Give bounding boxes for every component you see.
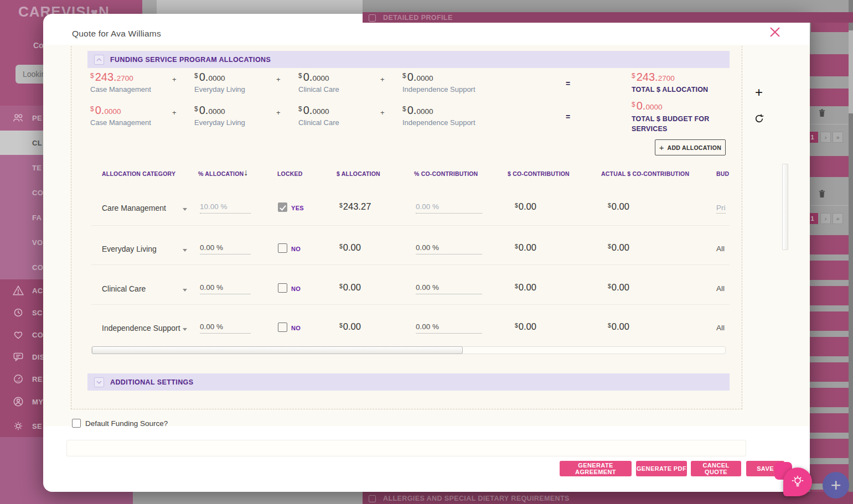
budget-cell[interactable]: All [716, 324, 725, 332]
divider [811, 124, 850, 124]
locked-checkbox[interactable] [278, 243, 287, 253]
plus-operator: + [276, 108, 281, 117]
generate-agreement-button[interactable]: GENERATE AGREEMENT [560, 461, 632, 476]
person-icon [12, 396, 24, 408]
amount-label: Clinical Care [298, 118, 339, 127]
help-lightbulb-button[interactable] [783, 467, 812, 496]
plus-operator: + [380, 108, 385, 117]
locked-checkbox[interactable] [278, 283, 287, 293]
section-title: DETAILED PROFILE [383, 14, 453, 22]
close-icon[interactable] [770, 27, 780, 37]
vertical-scrollbar-thumb[interactable] [782, 164, 788, 250]
total-allocation-label: TOTAL $ ALLOCATION [632, 85, 715, 95]
row-separator [91, 264, 730, 265]
cancel-quote-button[interactable]: CANCEL QUOTE [691, 461, 741, 476]
pct-co-contribution-input[interactable] [416, 323, 482, 334]
default-funding-checkbox[interactable] [72, 419, 81, 428]
pagination-next[interactable]: › [820, 132, 831, 143]
pct-co-contribution-input[interactable] [416, 243, 482, 254]
pct-allocation-input[interactable] [200, 323, 251, 334]
amount-label: Independence Support [402, 118, 475, 127]
col-header-co[interactable]: $ CO-CONTRIBUTION [508, 170, 570, 177]
chevron-down-icon[interactable] [183, 208, 187, 211]
col-header-alloc[interactable]: $ ALLOCATION [337, 170, 380, 177]
budget-case-management: $0.0000 [90, 104, 121, 117]
total-budget-label: TOTAL $ BUDGET FOR SERVICES [632, 114, 715, 134]
col-header-pct-allocation[interactable]: % ALLOCATION [198, 170, 244, 177]
sidebar-label[interactable]: AC [32, 287, 43, 295]
gear-icon [12, 420, 24, 432]
locked-checkbox[interactable] [278, 323, 287, 332]
pagination-last[interactable]: » [833, 132, 843, 143]
total-budget-amount: $0.0000 [632, 100, 662, 112]
sidebar-label[interactable]: CO [32, 331, 43, 339]
sidebar-label[interactable]: CO [32, 189, 43, 197]
actual-co-contribution-amount: $0.00 [608, 321, 629, 332]
sidebar-label[interactable]: SE [32, 422, 42, 430]
sort-desc-icon[interactable]: ↓ [244, 168, 248, 178]
collapse-toggle[interactable] [94, 55, 104, 65]
horizontal-scrollbar-thumb[interactable] [92, 346, 463, 354]
trash-icon[interactable] [818, 189, 826, 198]
add-funding-icon[interactable]: + [755, 86, 763, 99]
sidebar-label[interactable]: VO [32, 238, 43, 247]
category-select[interactable]: Care Management [102, 204, 166, 212]
sidebar-label[interactable]: TE [32, 164, 42, 172]
col-header-locked[interactable]: LOCKED [277, 170, 303, 177]
section-checkbox [369, 495, 376, 502]
plus-icon: + [659, 143, 664, 152]
row-separator [91, 304, 730, 305]
category-select[interactable]: Clinical Care [102, 284, 146, 293]
sidebar-label: CL [32, 139, 42, 147]
co-contribution-amount: $0.00 [515, 242, 536, 253]
generate-pdf-button[interactable]: GENERATE PDF [636, 461, 687, 476]
category-select[interactable]: Everyday Living [102, 245, 157, 253]
budget-cell[interactable]: Pri [716, 204, 726, 214]
pct-co-contribution-input[interactable] [416, 283, 482, 294]
alert-triangle-icon [12, 284, 24, 297]
chat-icon [12, 351, 24, 363]
pagination-next[interactable]: › [820, 213, 831, 224]
co-contribution-amount: $0.00 [515, 201, 536, 212]
pct-allocation-input[interactable] [200, 202, 251, 214]
bg-bar [810, 89, 849, 106]
col-header-actual-co[interactable]: ACTUAL $ CO-CONTRIBUTION [601, 170, 689, 177]
pct-allocation-input[interactable] [200, 283, 251, 294]
add-fab-button[interactable]: + [823, 472, 849, 498]
col-header-allocation-category[interactable]: ALLOCATION CATEGORY [102, 170, 175, 177]
budget-cell[interactable]: All [716, 245, 725, 253]
page-scrollbar-thumb[interactable] [849, 30, 853, 113]
row-separator [91, 225, 730, 226]
lightbulb-icon [790, 475, 805, 489]
add-allocation-button[interactable]: + ADD ALLOCATION [655, 139, 726, 155]
category-select[interactable]: Independence Support [102, 324, 180, 332]
chevron-down-icon[interactable] [183, 328, 187, 331]
pct-allocation-input[interactable] [200, 243, 251, 254]
sidebar-label[interactable]: CO [32, 263, 43, 272]
refresh-icon[interactable] [754, 113, 764, 124]
budget-cell[interactable]: All [716, 284, 725, 293]
alloc-amount: $0.00 [339, 282, 361, 293]
amount-label: Everyday Living [194, 85, 245, 93]
alloc-amount: $0.00 [339, 321, 361, 332]
trash-icon[interactable] [818, 108, 826, 117]
chevron-down-icon[interactable] [183, 249, 187, 252]
col-header-pct-co[interactable]: % CO-CONTRIBUTION [414, 170, 478, 177]
chevron-down-icon[interactable] [183, 289, 187, 292]
alloc-amount: $0.00 [339, 242, 361, 253]
sidebar-label[interactable]: RE [32, 375, 43, 383]
bg-strip [133, 492, 363, 504]
collapse-toggle[interactable] [94, 377, 104, 387]
amount-independence-support: $0.0000 [402, 71, 433, 84]
budget-clinical-care: $0.0000 [298, 104, 329, 117]
col-header-budget[interactable]: BUD [716, 170, 729, 177]
pct-co-contribution-input[interactable] [416, 202, 482, 214]
horizontal-scrollbar[interactable] [91, 346, 726, 354]
sidebar-label[interactable]: SC [32, 309, 43, 317]
pagination-last[interactable]: » [833, 213, 843, 224]
sidebar-label[interactable]: MY [32, 398, 43, 406]
plus-operator: + [172, 75, 177, 84]
locked-checkbox-checked[interactable] [278, 202, 287, 212]
sidebar-label[interactable]: FA [32, 214, 42, 222]
plus-operator: + [276, 75, 281, 84]
